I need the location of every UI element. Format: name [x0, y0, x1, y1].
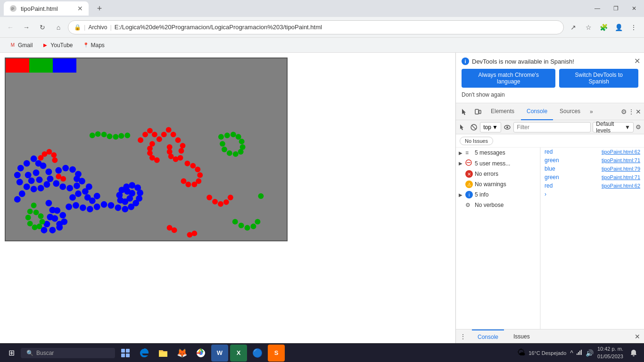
log-entry-4[interactable]: red tipoPaint.html:62 — [541, 181, 644, 190]
browser-tab[interactable]: P tipoPaint.html ✕ — [4, 1, 89, 16]
console-clear-button[interactable] — [470, 122, 479, 132]
home-button[interactable]: ⌂ — [52, 21, 65, 34]
svg-point-29 — [45, 200, 52, 206]
taskbar-excel[interactable]: X — [230, 345, 247, 362]
log-expand-arrow[interactable]: › — [541, 190, 644, 198]
extensions-button[interactable]: 🧩 — [597, 21, 610, 34]
devtools-settings-button[interactable]: ⚙ — [621, 108, 627, 115]
bookmark-gmail[interactable]: M Gmail — [6, 41, 36, 50]
svg-point-137 — [232, 219, 238, 224]
context-dropdown[interactable]: top ▼ — [480, 122, 501, 132]
log-link-4[interactable]: tipoPaint.html:62 — [602, 183, 640, 189]
paint-canvas[interactable] — [5, 58, 288, 241]
taskbar-word[interactable]: W — [211, 345, 228, 362]
taskbar-time[interactable]: 10:42 p. m. 01/05/2023 — [597, 346, 623, 360]
expand-arrow[interactable]: ▶ — [459, 150, 465, 156]
log-entry-2[interactable]: blue tipoPaint.html:79 — [541, 165, 644, 173]
console-no-errors[interactable]: ▶ ✕ No errors — [456, 169, 540, 179]
minimize-button[interactable]: — — [591, 3, 604, 14]
taskbar-teams[interactable]: 🔵 — [249, 345, 266, 362]
banner-close-button[interactable]: ✕ — [634, 57, 640, 66]
bottom-tab-console[interactable]: Console — [472, 329, 504, 344]
address-url: E:/Logica%20de%20Programacion/LogicaProg… — [115, 24, 322, 31]
dont-show-link[interactable]: Don't show again — [462, 91, 638, 98]
network-icon[interactable] — [576, 349, 583, 357]
svg-point-22 — [74, 182, 80, 189]
taskbar-weather[interactable]: 🌤 16°C Despejado — [517, 348, 566, 358]
taskbar-edge[interactable] — [136, 345, 153, 362]
taskbar-firefox[interactable]: 🦊 — [173, 345, 190, 362]
bottom-kebab[interactable]: ⋮ — [460, 333, 466, 340]
log-entry-1[interactable]: green tipoPaint.html:71 — [541, 156, 644, 165]
log-link-3[interactable]: tipoPaint.html:71 — [602, 174, 640, 180]
device-toolbar-button[interactable] — [472, 106, 484, 118]
reload-button[interactable]: ↻ — [36, 21, 49, 34]
taskbar-search[interactable]: 🔍 Buscar — [21, 348, 115, 358]
console-group-5info[interactable]: ▶ i 5 info — [456, 189, 540, 200]
tab-sources[interactable]: Sources — [554, 103, 586, 120]
taskbar-search-text: Buscar — [36, 350, 54, 356]
console-inspect-button[interactable] — [459, 122, 468, 132]
close-window-button[interactable]: ✕ — [628, 3, 640, 14]
taskbar-chrome[interactable] — [192, 345, 209, 362]
svg-point-14 — [35, 160, 42, 167]
tab-console[interactable]: Console — [521, 103, 553, 120]
bookmark-youtube[interactable]: ▶ YouTube — [38, 41, 76, 50]
console-no-verbose[interactable]: ▶ ⚙ No verbose — [456, 200, 540, 210]
log-link-2[interactable]: tipoPaint.html:79 — [602, 166, 640, 172]
switch-devtools-button[interactable]: Switch DevTools to Spanish — [559, 69, 638, 88]
taskbar-search-icon: 🔍 — [26, 350, 33, 356]
devtools-kebab-button[interactable]: ⋮ — [628, 108, 635, 115]
maximize-button[interactable]: ❐ — [610, 3, 622, 14]
inspect-element-button[interactable] — [459, 106, 471, 118]
more-tabs-button[interactable]: » — [587, 108, 596, 115]
svg-point-20 — [59, 183, 66, 190]
default-levels-dropdown[interactable]: Default levels ▼ — [593, 122, 634, 132]
share-button[interactable]: ↗ — [567, 21, 580, 34]
back-button[interactable]: ← — [4, 21, 17, 34]
volume-icon[interactable]: 🔊 — [586, 349, 594, 357]
svg-point-68 — [86, 183, 92, 190]
expand-arrow2[interactable]: ▶ — [459, 161, 465, 166]
address-bar[interactable]: 🔒 | Archivo | E:/Logica%20de%20Programac… — [68, 20, 564, 34]
forward-button[interactable]: → — [20, 21, 33, 34]
log-entry-3[interactable]: green tipoPaint.html:71 — [541, 173, 644, 181]
taskbar-taskview[interactable] — [117, 345, 134, 362]
eye-button[interactable] — [503, 122, 512, 132]
log-link-0[interactable]: tipoPaint.html:62 — [602, 149, 640, 155]
console-group-5messages[interactable]: ▶ ≡ 5 messages — [456, 148, 540, 158]
taskbar-sys-icons: ^ 🔊 — [570, 349, 594, 357]
bookmark-maps[interactable]: 📍 Maps — [79, 41, 108, 50]
notification-button[interactable] — [627, 346, 640, 360]
log-link-1[interactable]: tipoPaint.html:71 — [602, 157, 640, 163]
console-filter-input[interactable] — [513, 122, 591, 132]
devtools-close-button[interactable]: ✕ — [636, 108, 641, 115]
menu-button[interactable]: ⋮ — [627, 21, 640, 34]
chevron-up-icon[interactable]: ^ — [570, 349, 573, 357]
no-issues-badge[interactable]: No Issues — [460, 137, 493, 145]
no-errors-label: No errors — [475, 171, 537, 177]
log-color-red-0: red — [545, 148, 573, 155]
log-entry-0[interactable]: red tipoPaint.html:62 — [541, 148, 644, 156]
tab-elements[interactable]: Elements — [485, 103, 520, 120]
bottom-close-button[interactable]: ✕ — [635, 333, 640, 340]
warn-icon: ⚠ — [465, 181, 473, 188]
console-settings-button[interactable]: ⚙ — [636, 123, 641, 131]
star-button[interactable]: ☆ — [582, 21, 595, 34]
expand-arrow3[interactable]: ▶ — [459, 192, 465, 197]
console-no-warnings[interactable]: ▶ ⚠ No warnings — [456, 179, 540, 189]
start-button[interactable]: ⊞ — [4, 346, 19, 361]
svg-point-117 — [172, 227, 177, 233]
new-tab-button[interactable]: + — [92, 1, 107, 16]
svg-point-83 — [179, 148, 184, 154]
svg-text:P: P — [11, 7, 14, 11]
bottom-tab-issues[interactable]: Issues — [508, 329, 536, 344]
taskbar-explorer[interactable] — [155, 345, 172, 362]
profile-button[interactable]: 👤 — [612, 21, 625, 34]
svg-point-69 — [75, 190, 82, 197]
info-icon2: i — [465, 191, 473, 198]
taskbar-sublime[interactable]: S — [268, 345, 285, 362]
match-language-button[interactable]: Always match Chrome's language — [462, 69, 555, 88]
console-group-5usermess[interactable]: ▶ 5 user mess... — [456, 158, 540, 169]
tab-close-button[interactable]: ✕ — [77, 5, 83, 12]
